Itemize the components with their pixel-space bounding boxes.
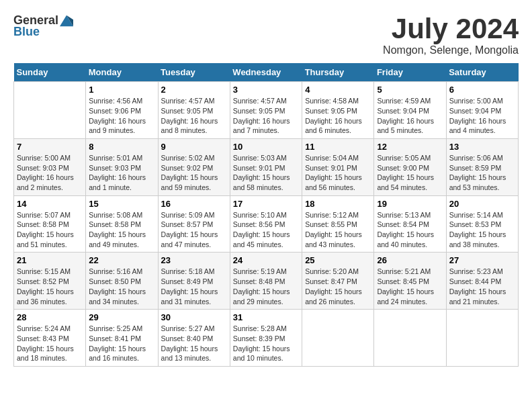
calendar-cell: 11Sunrise: 5:04 AMSunset: 9:01 PMDayligh…	[302, 138, 374, 195]
day-number: 31	[233, 312, 299, 322]
day-info: Sunrise: 4:57 AMSunset: 9:05 PMDaylight:…	[233, 96, 299, 136]
calendar-table: SundayMondayTuesdayWednesdayThursdayFrid…	[13, 63, 519, 367]
day-number: 17	[233, 199, 299, 209]
calendar-cell: 15Sunrise: 5:08 AMSunset: 8:58 PMDayligh…	[86, 195, 158, 253]
calendar-cell	[302, 310, 374, 367]
calendar-cell: 28Sunrise: 5:24 AMSunset: 8:43 PMDayligh…	[14, 310, 86, 367]
day-info: Sunrise: 5:05 AMSunset: 9:00 PMDaylight:…	[377, 153, 443, 193]
calendar-cell: 27Sunrise: 5:23 AMSunset: 8:44 PMDayligh…	[446, 253, 518, 310]
day-number: 16	[161, 199, 227, 209]
calendar-cell: 20Sunrise: 5:14 AMSunset: 8:53 PMDayligh…	[446, 195, 518, 253]
days-header-row: SundayMondayTuesdayWednesdayThursdayFrid…	[14, 63, 519, 82]
day-number: 27	[449, 255, 515, 265]
day-info: Sunrise: 5:27 AMSunset: 8:40 PMDaylight:…	[161, 324, 227, 363]
calendar-cell: 7Sunrise: 5:00 AMSunset: 9:03 PMDaylight…	[14, 138, 86, 195]
header-wednesday: Wednesday	[230, 63, 302, 82]
day-number: 19	[377, 199, 443, 209]
day-number: 3	[233, 85, 299, 95]
day-number: 8	[89, 142, 154, 152]
calendar-cell: 23Sunrise: 5:18 AMSunset: 8:49 PMDayligh…	[158, 253, 230, 310]
day-number: 2	[161, 85, 227, 95]
day-info: Sunrise: 5:10 AMSunset: 8:56 PMDaylight:…	[233, 210, 299, 250]
day-number: 1	[89, 85, 154, 95]
day-info: Sunrise: 5:04 AMSunset: 9:01 PMDaylight:…	[305, 153, 371, 193]
day-info: Sunrise: 4:58 AMSunset: 9:05 PMDaylight:…	[305, 96, 371, 136]
day-info: Sunrise: 5:08 AMSunset: 8:58 PMDaylight:…	[89, 210, 154, 250]
day-info: Sunrise: 5:20 AMSunset: 8:47 PMDaylight:…	[305, 267, 371, 306]
day-number: 7	[17, 142, 83, 152]
day-info: Sunrise: 4:56 AMSunset: 9:06 PMDaylight:…	[89, 96, 154, 136]
day-number: 14	[17, 199, 83, 209]
logo: General Blue	[13, 13, 73, 39]
day-number: 11	[305, 142, 371, 152]
calendar-cell: 17Sunrise: 5:10 AMSunset: 8:56 PMDayligh…	[230, 195, 302, 253]
header-sunday: Sunday	[14, 63, 86, 82]
day-info: Sunrise: 5:09 AMSunset: 8:57 PMDaylight:…	[161, 210, 227, 250]
calendar-cell: 25Sunrise: 5:20 AMSunset: 8:47 PMDayligh…	[302, 253, 374, 310]
header-saturday: Saturday	[446, 63, 518, 82]
calendar-cell: 24Sunrise: 5:19 AMSunset: 8:48 PMDayligh…	[230, 253, 302, 310]
day-number: 15	[89, 199, 154, 209]
calendar-cell	[14, 82, 86, 139]
day-number: 21	[17, 255, 83, 265]
header-friday: Friday	[374, 63, 446, 82]
week-row-5: 28Sunrise: 5:24 AMSunset: 8:43 PMDayligh…	[14, 310, 519, 367]
day-info: Sunrise: 5:16 AMSunset: 8:50 PMDaylight:…	[89, 267, 154, 306]
week-row-1: 1Sunrise: 4:56 AMSunset: 9:06 PMDaylight…	[14, 82, 519, 139]
day-number: 13	[449, 142, 515, 152]
calendar-cell: 29Sunrise: 5:25 AMSunset: 8:41 PMDayligh…	[86, 310, 158, 367]
day-info: Sunrise: 4:57 AMSunset: 9:05 PMDaylight:…	[161, 96, 227, 136]
month-title: July 2024	[383, 13, 519, 44]
calendar-cell	[446, 310, 518, 367]
calendar-cell: 5Sunrise: 4:59 AMSunset: 9:04 PMDaylight…	[374, 82, 446, 139]
day-number: 9	[161, 142, 227, 152]
day-info: Sunrise: 4:59 AMSunset: 9:04 PMDaylight:…	[377, 96, 443, 136]
day-number: 23	[161, 255, 227, 265]
day-number: 10	[233, 142, 299, 152]
day-number: 28	[17, 312, 83, 322]
day-info: Sunrise: 5:07 AMSunset: 8:58 PMDaylight:…	[17, 210, 83, 250]
day-info: Sunrise: 5:18 AMSunset: 8:49 PMDaylight:…	[161, 267, 227, 306]
calendar-cell: 21Sunrise: 5:15 AMSunset: 8:52 PMDayligh…	[14, 253, 86, 310]
day-info: Sunrise: 5:00 AMSunset: 9:03 PMDaylight:…	[17, 153, 83, 193]
page-header: General Blue July 2024 Nomgon, Selenge, …	[13, 13, 519, 56]
calendar-cell: 3Sunrise: 4:57 AMSunset: 9:05 PMDaylight…	[230, 82, 302, 139]
day-info: Sunrise: 5:03 AMSunset: 9:01 PMDaylight:…	[233, 153, 299, 193]
calendar-cell: 9Sunrise: 5:02 AMSunset: 9:02 PMDaylight…	[158, 138, 230, 195]
calendar-cell: 30Sunrise: 5:27 AMSunset: 8:40 PMDayligh…	[158, 310, 230, 367]
day-number: 20	[449, 199, 515, 209]
logo-icon	[60, 14, 73, 28]
calendar-cell: 10Sunrise: 5:03 AMSunset: 9:01 PMDayligh…	[230, 138, 302, 195]
calendar-cell: 1Sunrise: 4:56 AMSunset: 9:06 PMDaylight…	[86, 82, 158, 139]
calendar-cell: 8Sunrise: 5:01 AMSunset: 9:03 PMDaylight…	[86, 138, 158, 195]
day-info: Sunrise: 5:21 AMSunset: 8:45 PMDaylight:…	[377, 267, 443, 306]
day-info: Sunrise: 5:24 AMSunset: 8:43 PMDaylight:…	[17, 324, 83, 363]
day-info: Sunrise: 5:00 AMSunset: 9:04 PMDaylight:…	[449, 96, 515, 136]
calendar-cell: 4Sunrise: 4:58 AMSunset: 9:05 PMDaylight…	[302, 82, 374, 139]
calendar-cell: 22Sunrise: 5:16 AMSunset: 8:50 PMDayligh…	[86, 253, 158, 310]
header-monday: Monday	[86, 63, 158, 82]
calendar-cell: 16Sunrise: 5:09 AMSunset: 8:57 PMDayligh…	[158, 195, 230, 253]
day-number: 22	[89, 255, 154, 265]
day-number: 29	[89, 312, 154, 322]
location-subtitle: Nomgon, Selenge, Mongolia	[383, 44, 519, 56]
day-info: Sunrise: 5:19 AMSunset: 8:48 PMDaylight:…	[233, 267, 299, 306]
calendar-cell: 13Sunrise: 5:06 AMSunset: 8:59 PMDayligh…	[446, 138, 518, 195]
day-number: 24	[233, 255, 299, 265]
day-info: Sunrise: 5:12 AMSunset: 8:55 PMDaylight:…	[305, 210, 371, 250]
day-number: 30	[161, 312, 227, 322]
calendar-cell	[374, 310, 446, 367]
day-number: 18	[305, 199, 371, 209]
calendar-cell: 14Sunrise: 5:07 AMSunset: 8:58 PMDayligh…	[14, 195, 86, 253]
day-info: Sunrise: 5:28 AMSunset: 8:39 PMDaylight:…	[233, 324, 299, 363]
day-info: Sunrise: 5:06 AMSunset: 8:59 PMDaylight:…	[449, 153, 515, 193]
calendar-cell: 6Sunrise: 5:00 AMSunset: 9:04 PMDaylight…	[446, 82, 518, 139]
logo-blue: Blue	[13, 25, 40, 39]
day-number: 4	[305, 85, 371, 95]
calendar-cell: 2Sunrise: 4:57 AMSunset: 9:05 PMDaylight…	[158, 82, 230, 139]
day-info: Sunrise: 5:15 AMSunset: 8:52 PMDaylight:…	[17, 267, 83, 306]
day-number: 6	[449, 85, 515, 95]
day-number: 25	[305, 255, 371, 265]
day-info: Sunrise: 5:13 AMSunset: 8:54 PMDaylight:…	[377, 210, 443, 250]
day-info: Sunrise: 5:01 AMSunset: 9:03 PMDaylight:…	[89, 153, 154, 193]
